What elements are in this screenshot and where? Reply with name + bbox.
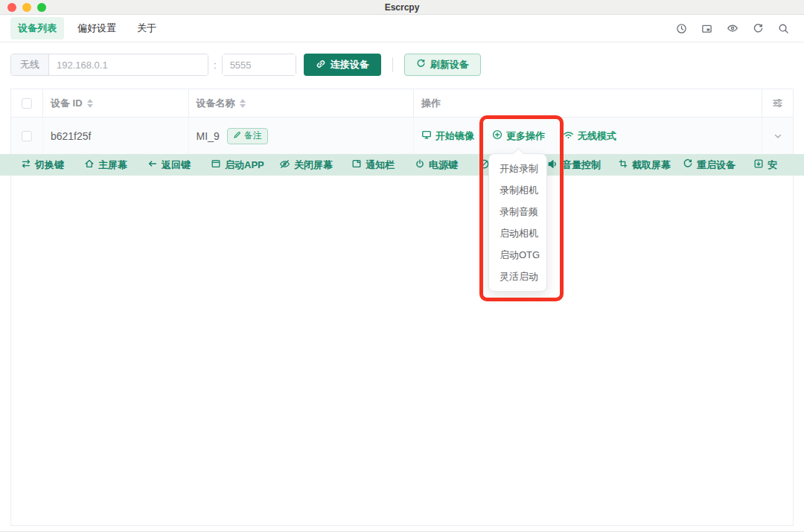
eye-off-icon xyxy=(279,158,290,172)
screenshot-button[interactable]: 截取屏幕 xyxy=(618,154,671,176)
select-all-cell xyxy=(11,89,43,117)
notification-panel-icon xyxy=(351,158,362,171)
switch-icon xyxy=(21,158,31,171)
start-mirror-button[interactable]: 开始镜像 xyxy=(421,129,474,143)
pip-window-icon[interactable] xyxy=(701,23,712,34)
device-id-cell: b621f25f xyxy=(43,118,189,154)
titlebar: Escrcpy xyxy=(0,0,804,15)
refresh-devices-label: 刷新设备 xyxy=(430,58,469,71)
device-id-header-label: 设备 ID xyxy=(51,97,83,110)
escrcpy-window: Escrcpy 设备列表 偏好设置 关于 无线 : 连接设备 xyxy=(0,0,804,532)
edit-note-tag[interactable]: 备注 xyxy=(227,128,268,144)
menu-item-launch-camera[interactable]: 启动相机 xyxy=(489,222,546,244)
connect-device-button[interactable]: 连接设备 xyxy=(304,54,381,76)
table-row[interactable]: b621f25f MI_9 备注 开始镜像 更多操作 xyxy=(11,118,793,155)
install-app-label: 安 xyxy=(768,158,777,172)
volume-control-button[interactable]: 音量控制 xyxy=(547,154,601,176)
app-window-icon xyxy=(211,158,221,171)
table-header: 设备 ID 设备名称 操作 xyxy=(11,89,793,118)
switch-keys-button[interactable]: 切换键 xyxy=(21,154,64,176)
wifi-icon xyxy=(563,129,574,143)
install-app-button[interactable]: 安 xyxy=(753,154,777,176)
screen-off-label: 关闭屏幕 xyxy=(294,158,333,172)
device-id-value: b621f25f xyxy=(51,130,92,142)
chevron-down-icon[interactable] xyxy=(773,131,783,141)
reboot-icon xyxy=(683,158,693,171)
sort-icon[interactable] xyxy=(240,99,246,108)
screen-off-button[interactable]: 关闭屏幕 xyxy=(279,154,333,176)
tab-device-list[interactable]: 设备列表 xyxy=(10,17,64,39)
home-screen-label: 主屏幕 xyxy=(98,158,127,172)
device-name-cell: MI_9 备注 xyxy=(189,118,414,154)
monitor-icon xyxy=(421,129,432,142)
more-actions-dropdown: 开始录制 录制相机 录制音频 启动相机 启动OTG 灵活启动 xyxy=(488,153,547,292)
device-name-header-label: 设备名称 xyxy=(197,97,235,110)
tab-about[interactable]: 关于 xyxy=(130,17,164,39)
back-key-button[interactable]: 返回键 xyxy=(147,154,191,176)
volume-icon xyxy=(547,158,558,172)
menu-item-record-camera[interactable]: 录制相机 xyxy=(489,179,546,201)
volume-control-label: 音量控制 xyxy=(562,158,601,172)
ip-input-group: 无线 xyxy=(10,54,208,76)
tab-preferences[interactable]: 偏好设置 xyxy=(70,17,124,39)
reboot-device-label: 重启设备 xyxy=(697,158,736,172)
wireless-prefix-label: 无线 xyxy=(11,54,49,75)
restart-icon[interactable] xyxy=(753,23,764,34)
pencil-icon xyxy=(233,131,241,141)
menu-item-start-recording[interactable]: 开始录制 xyxy=(489,158,546,179)
actions-header-label: 操作 xyxy=(421,97,441,110)
start-mirror-label: 开始镜像 xyxy=(436,129,474,143)
search-icon[interactable] xyxy=(778,23,789,34)
crop-icon xyxy=(618,158,628,171)
home-icon xyxy=(84,158,95,171)
ip-port-separator: : xyxy=(214,60,217,71)
refresh-icon xyxy=(416,59,426,71)
row-actions-cell: 开始镜像 更多操作 无线模式 xyxy=(414,118,762,154)
circle-plus-icon xyxy=(492,129,502,142)
connect-device-label: 连接设备 xyxy=(331,58,369,71)
note-tag-label: 备注 xyxy=(244,129,262,142)
power-icon xyxy=(415,158,425,171)
more-actions-button[interactable]: 更多操作 xyxy=(492,129,545,143)
column-header-device-name[interactable]: 设备名称 xyxy=(189,89,414,117)
column-header-actions: 操作 xyxy=(414,89,762,117)
row-select-cell xyxy=(11,118,43,154)
launch-app-button[interactable]: 启动APP xyxy=(211,154,264,176)
install-icon xyxy=(753,158,764,171)
arrow-left-icon xyxy=(147,158,158,171)
device-control-bar: 切换键 主屏幕 返回键 启动APP 关闭屏幕 通知栏 电源键 xyxy=(0,154,804,176)
port-input[interactable] xyxy=(223,54,296,75)
sort-icon[interactable] xyxy=(87,99,93,108)
wireless-mode-button[interactable]: 无线模式 xyxy=(563,129,616,143)
notification-panel-button[interactable]: 通知栏 xyxy=(351,154,395,176)
row-expand-cell xyxy=(762,118,793,154)
launch-app-label: 启动APP xyxy=(225,158,264,172)
tab-bar: 设备列表 偏好设置 关于 xyxy=(0,15,804,42)
link-icon xyxy=(316,59,326,71)
column-settings-icon[interactable] xyxy=(772,97,783,109)
ip-address-input[interactable] xyxy=(49,54,208,75)
notification-panel-label: 通知栏 xyxy=(366,158,395,172)
connect-bar: 无线 : 连接设备 刷新设备 xyxy=(10,54,481,76)
divider xyxy=(392,57,393,72)
port-input-box xyxy=(222,54,296,76)
power-key-label: 电源键 xyxy=(429,158,458,172)
titlebar-action-icons xyxy=(676,22,804,34)
column-header-device-id[interactable]: 设备 ID xyxy=(43,89,189,117)
power-key-button[interactable]: 电源键 xyxy=(415,154,458,176)
menu-item-flexible-launch[interactable]: 灵活启动 xyxy=(489,266,546,287)
menu-item-record-audio[interactable]: 录制音频 xyxy=(489,201,546,222)
window-title: Escrcpy xyxy=(0,2,804,13)
wireless-mode-label: 无线模式 xyxy=(578,129,616,143)
column-settings-cell xyxy=(762,89,793,117)
refresh-devices-button[interactable]: 刷新设备 xyxy=(404,54,481,76)
menu-item-launch-otg[interactable]: 启动OTG xyxy=(489,244,546,266)
select-all-checkbox[interactable] xyxy=(22,98,32,109)
row-checkbox[interactable] xyxy=(22,131,32,141)
home-screen-button[interactable]: 主屏幕 xyxy=(84,154,127,176)
tabs: 设备列表 偏好设置 关于 xyxy=(0,17,164,39)
eye-icon[interactable] xyxy=(727,22,738,34)
history-icon[interactable] xyxy=(676,23,687,34)
reboot-device-button[interactable]: 重启设备 xyxy=(683,154,736,176)
back-key-label: 返回键 xyxy=(162,158,191,172)
